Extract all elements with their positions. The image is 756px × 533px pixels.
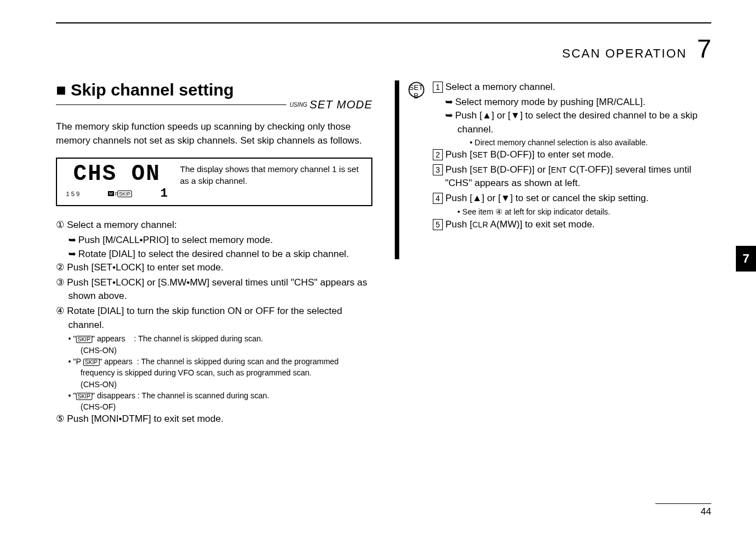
section-title: ■ Skip channel setting xyxy=(56,80,372,99)
r-step-3: 3 Push [SET B(D-OFF)] or [ENT C(T-OFF)] … xyxy=(433,163,711,191)
lcd-subdigit: 1 xyxy=(160,187,168,201)
left-column: ■ Skip channel setting USING SET MODE Th… xyxy=(56,80,372,427)
page-footer: 44 xyxy=(655,503,711,517)
page-header: SCAN OPERATION 7 xyxy=(56,34,711,64)
r-step-4: 4 Push [] or [] to set or cancel the ski… xyxy=(433,192,711,206)
page-number: 44 xyxy=(701,506,711,517)
step-4c-sub: (CHS-OF) xyxy=(56,401,372,412)
lcd-text: CHS ON xyxy=(73,161,160,187)
skip-icon: SKIP xyxy=(76,393,92,400)
step-2: ② Push [SET•LOCK] to enter set mode. xyxy=(56,261,372,275)
step-4c: • "SKIP" disappears : The channel is sca… xyxy=(56,390,372,401)
b-label: B xyxy=(414,92,419,100)
set-b-badge: ◯ SET B xyxy=(405,82,427,100)
step-4b: • "P SKIP" appears : The channel is skip… xyxy=(56,356,372,379)
skip-icon: SKIP xyxy=(76,336,92,343)
lcd-m-badge: M xyxy=(108,191,114,196)
right-steps: 1 Select a memory channel. ➥Select memor… xyxy=(433,80,711,232)
r-step-1b: ➥Push [] or [] to select the desired cha… xyxy=(433,109,711,136)
left-steps: ① Select a memory channel: ➥Push [M/CALL… xyxy=(56,218,372,426)
side-tab: 7 xyxy=(736,246,756,272)
r-step-1: 1 Select a memory channel. xyxy=(433,80,711,94)
triangle-down-icon xyxy=(511,110,520,121)
triangle-up-icon xyxy=(472,193,482,203)
step-5: ⑤ Push [MONI•DTMF] to exit set mode. xyxy=(56,412,372,426)
lcd-display-box: CHS ON 1 5 9 M P SKIP 1 The display show… xyxy=(56,158,372,206)
r-step-1a: ➥Select memory mode by pushing [MR/CALL]… xyxy=(433,96,711,110)
step-4a-sub: (CHS-ON) xyxy=(56,345,372,356)
set-label: SET xyxy=(409,83,423,92)
step-4: ④ Rotate [DIAL] to turn the skip functio… xyxy=(56,304,372,332)
lcd-skip: SKIP xyxy=(117,191,133,197)
chapter-number: 7 xyxy=(697,34,711,64)
r-step-1-note: • Direct memory channel selection is als… xyxy=(433,137,711,148)
step-1a: ➥Push [M/CALL•PRIO] to select memory mod… xyxy=(56,234,372,248)
lcd-graphic: CHS ON 1 5 9 M P SKIP 1 xyxy=(64,163,170,201)
r-step-4-note: • See item ④ at left for skip indicator … xyxy=(433,206,711,217)
set-mode-label: SET MODE xyxy=(310,98,372,111)
lcd-desc: The display shows that memory channel 1 … xyxy=(180,163,365,187)
set-mode-rule: USING SET MODE xyxy=(56,98,372,111)
vertical-bar xyxy=(395,80,399,259)
skip-icon: SKIP xyxy=(83,359,100,366)
r-step-2: 2 Push [SET B(D-OFF)] to enter set mode. xyxy=(433,148,711,162)
step-3: ③ Push [SET•LOCK] or [S.MW•MW] several t… xyxy=(56,276,372,303)
step-1b: ➥Rotate [DIAL] to select the desired cha… xyxy=(56,248,372,261)
step-1: ① Select a memory channel: xyxy=(56,218,372,232)
section-label: SCAN OPERATION xyxy=(562,46,687,61)
lcd-ticks: 1 5 9 xyxy=(66,191,79,197)
triangle-up-icon xyxy=(482,110,492,121)
lcd-main: CHS ON xyxy=(73,163,160,185)
triangle-down-icon xyxy=(501,193,511,203)
intro-text: The memory skip function speeds up scann… xyxy=(56,120,372,147)
lcd-lower: 1 5 9 M P SKIP 1 xyxy=(64,187,170,201)
step-4a: • "SKIP" appears : The channel is skippe… xyxy=(56,333,372,344)
set-mode-using: USING xyxy=(290,102,308,108)
r-step-5: 5 Push [CLR A(MW)] to exit set mode. xyxy=(433,218,711,232)
step-4b-sub: (CHS-ON) xyxy=(56,379,372,390)
right-column: ◯ SET B 1 Select a memory channel. ➥Sele… xyxy=(395,80,711,427)
